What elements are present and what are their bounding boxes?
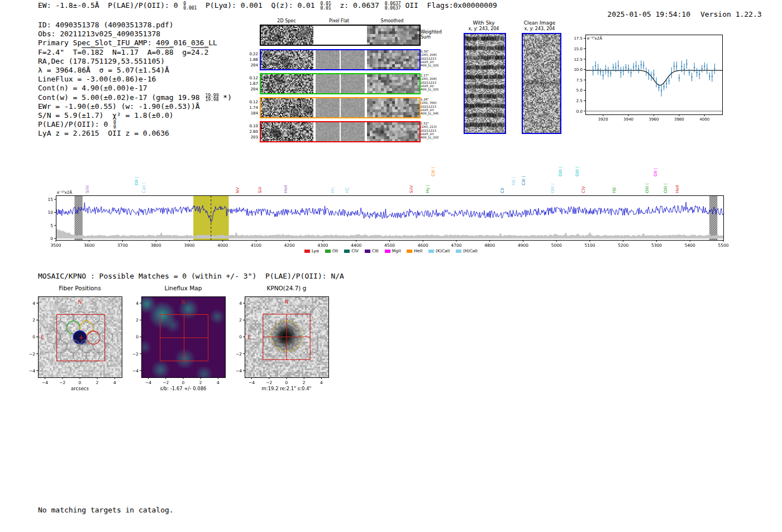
col-header-pixelflat: Pixel Flat bbox=[314, 18, 364, 23]
report-timestamp: 2025-01-05 19:54:10 bbox=[607, 10, 690, 18]
text-segment: P(LAE)/P(OII): 0 bbox=[38, 120, 112, 128]
withsky-title: With Sky bbox=[461, 20, 506, 26]
spec2d-row-annotation: 1.52"(243, 213)20211213v025_03409_LL_022 bbox=[421, 122, 439, 139]
legend-label: CIV bbox=[351, 248, 359, 253]
info-line: RA,Dec (178.751129,53.551105) bbox=[38, 57, 232, 66]
legend-label: Lyα bbox=[312, 248, 319, 253]
sup-sub-value: 0.010.01 bbox=[321, 2, 331, 10]
spec2d-strip-2dspec bbox=[261, 98, 313, 117]
text-segment: N= bbox=[103, 48, 121, 56]
mosaic-match-line: MOSAIC/KPNO : Possible Matches = 0 (with… bbox=[38, 272, 344, 281]
annotation-line: (243, 204) bbox=[421, 77, 439, 80]
text-segment: EWr = -1.90(±0.55) (w: -1.90(±0.53))Å bbox=[38, 102, 200, 111]
text-segment: P(Lyα): 0.001 Q(z): 0.01 bbox=[197, 1, 319, 9]
text-segment: g= bbox=[174, 48, 191, 56]
spec2d-row-annotation: 1.17"(243, 204)20211213v025_02409_LL_021 bbox=[421, 74, 439, 91]
info-line: F=2.4" T=0.182 N=1.17 A=0.88 g=24.2 bbox=[38, 48, 232, 57]
stat-value: 0.12 bbox=[244, 75, 258, 81]
spec2d-row-annotation: 1.26"(241, 390)20211213v025_03409_LL_041 bbox=[421, 98, 439, 115]
legend-item: (K)CaII bbox=[428, 248, 450, 253]
annotation-line: 409_LL_021 bbox=[421, 64, 439, 67]
annotation-line: 20211213 bbox=[421, 81, 439, 84]
text-segment: OII Flags:0x00000009 bbox=[401, 1, 497, 9]
legend-swatch bbox=[385, 250, 390, 253]
info-line: Cont(w) = 5.00(±0.02)e-17 (gmag 19.98 19… bbox=[38, 93, 232, 102]
legend-swatch bbox=[407, 250, 412, 253]
spec2d-row-fiber-3 bbox=[260, 97, 421, 118]
text-segment: 0.88 bbox=[156, 48, 173, 56]
stat-value: 2.60 bbox=[244, 129, 258, 135]
legend-item: OII bbox=[325, 248, 338, 253]
spec2d-row-stats: 0.121.67204 bbox=[244, 75, 258, 92]
header-summary-line: EW: -1.8±-0.5Å P(LAE)/P(OII): 0 00.001 P… bbox=[38, 1, 497, 10]
text-segment: 24.2 bbox=[191, 48, 208, 56]
clean-coords: x, y: 243, 204 bbox=[517, 26, 562, 31]
text-segment: Obs: 20211213v025_4090351378 bbox=[38, 30, 160, 38]
annotation-line: Sum bbox=[421, 35, 442, 40]
spec2d-strip-2dspec bbox=[261, 50, 313, 69]
annotation-line: 409_LL_022 bbox=[421, 136, 439, 139]
annotation-line: 20211213 bbox=[421, 57, 439, 60]
annotation-line: 409_LL_021 bbox=[421, 88, 439, 91]
report-version: Version 1.22.3 bbox=[700, 10, 762, 18]
info-line: Obs: 20211213v025_4090351378 bbox=[38, 30, 232, 39]
text-segment: z: 0.0637 bbox=[331, 1, 384, 9]
spec2d-strip-smoothed bbox=[367, 26, 419, 45]
sup-sub-value: 0.06370.0637 bbox=[385, 2, 401, 10]
stat-value: 1.86 bbox=[244, 57, 258, 63]
full-spectrum-chart bbox=[34, 155, 737, 258]
info-line: ID: 4090351378 (4090351378.pdf) bbox=[38, 21, 232, 30]
legend-label: OII bbox=[332, 248, 338, 253]
spec2d-row-stats: 0.221.86204 bbox=[244, 51, 258, 68]
spec2d-strip-smoothed bbox=[367, 98, 419, 117]
spec2d-strip-2dspec bbox=[261, 74, 313, 93]
legend-item: Lyα bbox=[304, 248, 319, 253]
text-segment: LineFlux = -3.00(±0.86)e-16 bbox=[38, 75, 156, 83]
legend-item: HeII bbox=[407, 248, 422, 253]
legend-item: MgII bbox=[385, 248, 401, 253]
line-fit-inset-chart bbox=[563, 28, 731, 126]
stat-value: 1.74 bbox=[244, 105, 258, 111]
annotation-line: 20211213 bbox=[421, 105, 439, 108]
clean-ifu-image bbox=[522, 33, 561, 134]
text-segment: Cont(n) = 4.90(±0.00)e-17 bbox=[38, 84, 147, 92]
info-line: λ = 3964.86Å σ = 5.07(±1.54)Å bbox=[38, 66, 232, 75]
text-segment: F=2.4" T= bbox=[38, 48, 82, 56]
spec2d-strip-pixelflat bbox=[316, 122, 365, 141]
info-line: Cont(n) = 4.90(±0.00)e-17 bbox=[38, 84, 232, 93]
info-line: EWr = -1.90(±0.55) (w: -1.90(±0.53))Å bbox=[38, 102, 232, 111]
stat-value: 204 bbox=[244, 87, 258, 92]
detection-info-block: ID: 4090351378 (4090351378.pdf)Obs: 2021… bbox=[38, 21, 232, 138]
annotation-line: 20211213 bbox=[421, 129, 439, 132]
fiber-positions-title: Fiber Positions bbox=[38, 285, 122, 291]
legend-swatch bbox=[344, 250, 350, 253]
spec2d-strip-pixelflat bbox=[316, 50, 365, 69]
annotation-line: Weighted bbox=[421, 30, 442, 35]
legend-swatch bbox=[304, 250, 310, 253]
annotation-line: (243, 204) bbox=[421, 53, 439, 56]
clean-title: Clean Image bbox=[517, 20, 562, 26]
info-line: P(LAE)/P(OII): 0 00 bbox=[38, 120, 232, 129]
kpno-xlabel: m:19.2 re:2.1" s:0.4" bbox=[245, 386, 328, 391]
stat-value: 184 bbox=[244, 111, 258, 116]
text-segment: 1.17 bbox=[121, 48, 139, 56]
stat-value: 0.12 bbox=[244, 99, 258, 105]
catalog-notes: No matching targets in catalog. Row inte… bbox=[38, 488, 174, 532]
stat-value: 204 bbox=[244, 63, 258, 68]
annotation-line: (241, 390) bbox=[421, 101, 439, 104]
spec2d-row-fiber-2 bbox=[260, 73, 421, 94]
legend-item: (H)CaII bbox=[456, 248, 478, 253]
text-segment: A= bbox=[139, 48, 156, 56]
spec2d-strip-smoothed bbox=[367, 74, 419, 93]
stat-value: 0.22 bbox=[244, 51, 258, 57]
kpno-cutout bbox=[231, 292, 340, 387]
withsky-coords: x, y: 243, 204 bbox=[461, 26, 506, 31]
info-line: S/N = 5.9(±1.7) χ² = 1.8(±0.0) bbox=[38, 111, 232, 120]
lineflux-map-title: Lineflux Map bbox=[141, 285, 225, 291]
spec2d-row-fiber-1 bbox=[260, 49, 421, 70]
spec2d-strip-smoothed bbox=[367, 50, 419, 69]
legend-label: MgII bbox=[392, 248, 401, 253]
catalog-note-line: No matching targets in catalog. bbox=[38, 506, 174, 515]
spec2d-strip-pixelflat bbox=[316, 26, 365, 45]
spec2d-strip-pixelflat bbox=[316, 98, 365, 117]
